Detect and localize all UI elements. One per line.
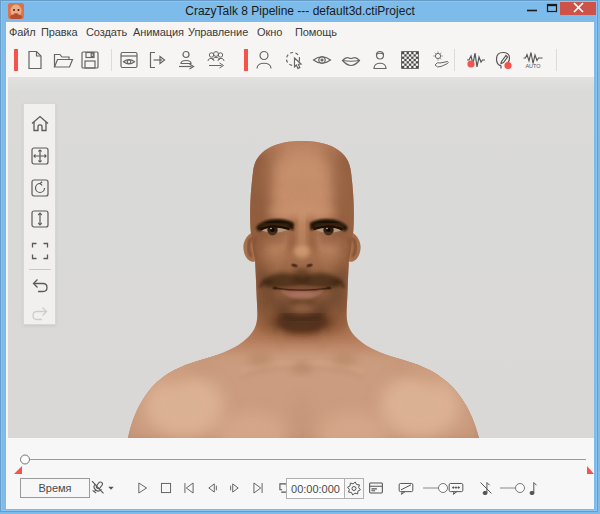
svg-text:AUTO: AUTO — [525, 63, 541, 69]
